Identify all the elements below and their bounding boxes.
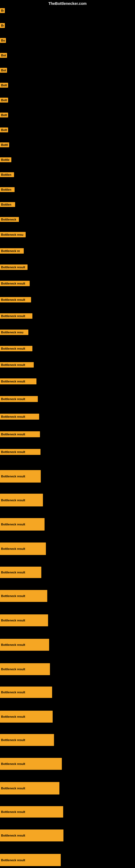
bar-label-10: Bottle <box>1 158 9 161</box>
bar-item-10: Bottle <box>0 157 11 162</box>
bar-label-45: Bottleneck result <box>1 859 25 862</box>
bar-item-36: Bottleneck result <box>0 639 49 651</box>
bar-item-1: Bo <box>0 23 5 28</box>
bar-item-24: Bottleneck result <box>0 378 37 384</box>
bar-item-42: Bottleneck result <box>0 782 59 795</box>
bar-label-3: Bott <box>1 54 6 57</box>
bar-item-39: Bottleneck result <box>0 711 53 723</box>
bar-label-11: Bottlen <box>1 173 11 176</box>
bar-label-21: Bottleneck resu <box>1 331 24 334</box>
site-title: TheBottlenecker.com <box>48 1 87 6</box>
bar-label-1: Bo <box>1 24 4 27</box>
bar-item-32: Bottleneck result <box>0 542 46 555</box>
bar-label-44: Bottleneck result <box>1 834 25 837</box>
bar-item-11: Bottlen <box>0 172 14 177</box>
bar-item-22: Bottleneck result <box>0 346 32 351</box>
bar-item-16: Bottleneck re <box>0 248 24 254</box>
bar-item-17: Bottleneck result <box>0 265 28 270</box>
bar-item-31: Bottleneck result <box>0 518 45 531</box>
bar-item-26: Bottleneck result <box>0 414 39 420</box>
bar-label-15: Bottleneck resu <box>1 233 24 236</box>
bar-label-43: Bottleneck result <box>1 810 25 813</box>
bar-label-29: Bottleneck result <box>1 475 25 478</box>
bar-label-34: Bottleneck result <box>1 594 25 597</box>
bar-label-16: Bottleneck re <box>1 249 20 252</box>
bar-label-23: Bottleneck result <box>1 363 25 367</box>
bar-item-23: Bottleneck result <box>0 362 34 368</box>
bar-item-35: Bottleneck result <box>0 614 48 626</box>
bar-label-33: Bottleneck result <box>1 571 25 574</box>
bar-item-0: Bo <box>0 8 5 13</box>
bar-item-28: Bottleneck result <box>0 449 41 455</box>
bar-item-9: Bottl <box>0 143 9 147</box>
bar-label-28: Bottleneck result <box>1 450 25 454</box>
bar-label-42: Bottleneck result <box>1 786 25 790</box>
bar-label-17: Bottleneck result <box>1 266 25 269</box>
bar-item-19: Bottleneck result <box>0 297 31 303</box>
bar-item-37: Bottleneck result <box>0 663 50 675</box>
bar-label-22: Bottleneck result <box>1 347 25 350</box>
bar-label-35: Bottleneck result <box>1 619 25 622</box>
bar-label-25: Bottleneck result <box>1 397 25 401</box>
bar-label-32: Bottleneck result <box>1 547 25 550</box>
bar-item-44: Bottleneck result <box>0 830 63 841</box>
bar-label-37: Bottleneck result <box>1 668 25 671</box>
bar-item-18: Bottleneck result <box>0 281 30 286</box>
bar-label-0: Bo <box>1 9 4 12</box>
bar-item-12: Bottlen <box>0 187 14 192</box>
bar-item-20: Bottleneck result <box>0 313 32 319</box>
bar-label-8: Bott <box>1 128 7 131</box>
bar-item-8: Bott <box>0 127 8 132</box>
bar-label-5: Bott <box>1 84 7 87</box>
bar-label-30: Bottleneck result <box>1 499 25 502</box>
bar-label-19: Bottleneck result <box>1 298 25 301</box>
bar-label-36: Bottleneck result <box>1 643 25 646</box>
bar-item-21: Bottleneck resu <box>0 330 28 335</box>
bar-label-39: Bottleneck result <box>1 715 25 718</box>
bar-item-2: Bot <box>0 38 6 43</box>
bar-item-3: Bott <box>0 53 7 58</box>
bar-label-6: Bott <box>1 98 7 102</box>
bar-label-13: Bottlen <box>1 203 11 206</box>
bar-item-4: Bott <box>0 68 7 73</box>
bar-item-13: Bottlen <box>0 202 15 207</box>
bar-item-7: Bott <box>0 113 8 118</box>
bar-item-6: Bott <box>0 98 8 102</box>
bar-item-34: Bottleneck result <box>0 590 47 602</box>
bar-item-14: Bottleneck <box>0 217 19 222</box>
bar-label-9: Bottl <box>1 143 8 147</box>
bar-item-5: Bott <box>0 83 8 88</box>
bar-item-30: Bottleneck result <box>0 494 43 506</box>
bar-item-40: Bottleneck result <box>0 734 54 746</box>
bar-label-2: Bot <box>1 39 5 42</box>
bar-item-45: Bottleneck result <box>0 854 61 866</box>
bar-label-14: Bottleneck <box>1 218 16 221</box>
bar-item-27: Bottleneck result <box>0 431 40 437</box>
bar-label-24: Bottleneck result <box>1 380 25 383</box>
bar-label-41: Bottleneck result <box>1 762 25 766</box>
bar-item-43: Bottleneck result <box>0 806 63 817</box>
bar-label-38: Bottleneck result <box>1 691 25 694</box>
bar-label-18: Bottleneck result <box>1 282 25 285</box>
bar-label-31: Bottleneck result <box>1 523 25 526</box>
bar-label-4: Bott <box>1 69 6 72</box>
bar-label-26: Bottleneck result <box>1 415 25 418</box>
bar-item-15: Bottleneck resu <box>0 232 26 237</box>
bar-label-27: Bottleneck result <box>1 433 25 436</box>
bar-item-25: Bottleneck result <box>0 396 38 402</box>
bar-label-20: Bottleneck result <box>1 314 25 318</box>
bar-label-7: Bott <box>1 113 7 117</box>
bar-label-40: Bottleneck result <box>1 738 25 742</box>
bar-label-12: Bottlen <box>1 188 11 191</box>
bar-item-33: Bottleneck result <box>0 567 41 578</box>
bar-item-29: Bottleneck result <box>0 470 41 483</box>
bar-item-38: Bottleneck result <box>0 686 52 698</box>
bar-item-41: Bottleneck result <box>0 758 62 770</box>
